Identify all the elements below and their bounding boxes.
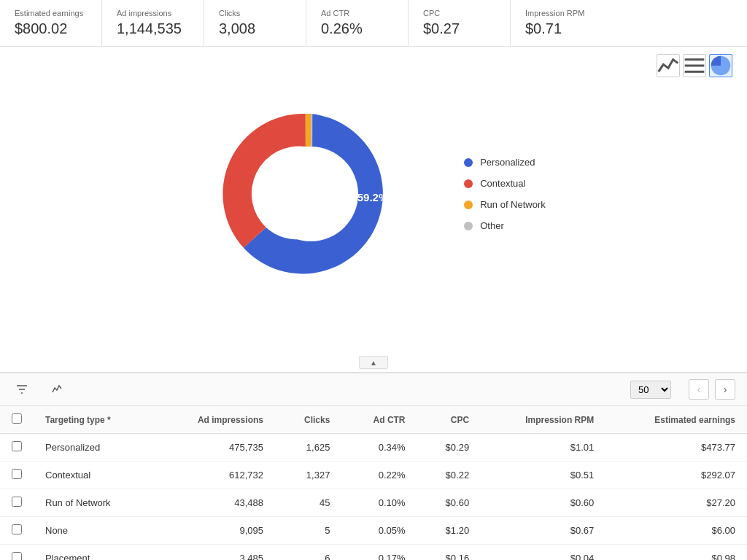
td-clicks: 5 bbox=[275, 517, 341, 545]
table-section: 5025100 ‹ › Targeting type *Ad impressio… bbox=[0, 372, 747, 560]
prev-page-button[interactable]: ‹ bbox=[689, 379, 709, 400]
th-clicks: Clicks bbox=[275, 406, 341, 434]
metric-label: Clicks bbox=[219, 9, 291, 18]
chart-area: 59.2% 36.5% Personalized Contextual Run … bbox=[0, 47, 747, 353]
table-row: Run of Network43,488450.10%$0.60$0.60$27… bbox=[0, 489, 747, 517]
td-ad_ctr: 0.34% bbox=[341, 434, 417, 462]
th-estimated_earnings: Estimated earnings bbox=[605, 406, 747, 434]
legend-dot bbox=[464, 201, 473, 209]
svg-point-3 bbox=[263, 147, 358, 241]
metric-item-impression-rpm: Impression RPM $0.71 bbox=[511, 0, 613, 46]
metric-value: 3,008 bbox=[219, 20, 291, 37]
metric-label: CPC bbox=[423, 9, 495, 18]
td-impression_rpm: $1.01 bbox=[481, 434, 605, 462]
td-cpc: $1.20 bbox=[417, 517, 481, 545]
row-checkbox-cell bbox=[0, 545, 34, 561]
td-impression_rpm: $0.51 bbox=[481, 462, 605, 489]
filter-icon bbox=[16, 384, 28, 395]
bar-chart-button[interactable] bbox=[683, 54, 706, 77]
legend-item: Other bbox=[464, 220, 546, 231]
metric-item-clicks: Clicks 3,008 bbox=[204, 0, 306, 46]
legend-label: Run of Network bbox=[480, 199, 546, 210]
row-checkbox[interactable] bbox=[12, 497, 22, 507]
td-cpc: $0.16 bbox=[417, 545, 481, 561]
metric-item-estimated-earnings: Estimated earnings $800.02 bbox=[0, 0, 102, 46]
legend-dot bbox=[464, 158, 473, 167]
td-clicks: 1,327 bbox=[275, 462, 341, 489]
data-table: Targeting type *Ad impressionsClicksAd C… bbox=[0, 406, 747, 560]
td-clicks: 45 bbox=[275, 489, 341, 517]
table-body: Personalized475,7351,6250.34%$0.29$1.01$… bbox=[0, 434, 747, 561]
td-ad_impressions: 43,488 bbox=[154, 489, 275, 517]
metric-label: Ad CTR bbox=[321, 9, 393, 18]
legend-label: Other bbox=[480, 220, 504, 231]
td-estimated_earnings: $6.00 bbox=[605, 517, 747, 545]
row-checkbox[interactable] bbox=[12, 552, 22, 560]
td-cpc: $0.22 bbox=[417, 462, 481, 489]
td-ad_ctr: 0.05% bbox=[341, 517, 417, 545]
select-all-header bbox=[0, 406, 34, 434]
th-targeting_type: Targeting type * bbox=[34, 406, 154, 434]
td-ad_impressions: 3,485 bbox=[154, 545, 275, 561]
legend-label: Contextual bbox=[480, 178, 525, 189]
td-ad_impressions: 475,735 bbox=[154, 434, 275, 462]
legend-item: Personalized bbox=[464, 157, 546, 168]
legend-dot bbox=[464, 179, 473, 188]
table-row: Contextual612,7321,3270.22%$0.22$0.51$29… bbox=[0, 462, 747, 489]
td-targeting_type: Run of Network bbox=[34, 489, 154, 517]
legend: Personalized Contextual Run of Network O… bbox=[464, 157, 546, 231]
metric-item-ad-ctr: Ad CTR 0.26% bbox=[306, 0, 409, 46]
th-cpc: CPC bbox=[417, 406, 481, 434]
metric-value: $0.27 bbox=[423, 20, 495, 37]
chart-controls bbox=[15, 54, 732, 77]
rows-select[interactable]: 5025100 bbox=[630, 381, 671, 399]
td-ad_ctr: 0.10% bbox=[341, 489, 417, 517]
td-targeting_type: Placement bbox=[34, 545, 154, 561]
td-clicks: 1,625 bbox=[275, 434, 341, 462]
toolbar-left bbox=[12, 381, 71, 398]
th-impression_rpm: Impression RPM bbox=[481, 406, 605, 434]
metric-item-cpc: CPC $0.27 bbox=[409, 0, 511, 46]
select-all-checkbox[interactable] bbox=[12, 413, 22, 424]
td-targeting_type: None bbox=[34, 517, 154, 545]
td-cpc: $0.29 bbox=[417, 434, 481, 462]
row-checkbox[interactable] bbox=[12, 524, 22, 534]
row-checkbox[interactable] bbox=[12, 441, 22, 451]
td-estimated_earnings: $0.98 bbox=[605, 545, 747, 561]
row-checkbox-cell bbox=[0, 517, 34, 545]
legend-dot bbox=[464, 222, 473, 230]
td-estimated_earnings: $27.20 bbox=[605, 489, 747, 517]
td-ad_ctr: 0.17% bbox=[341, 545, 417, 561]
svg-text:36.5%: 36.5% bbox=[259, 195, 290, 207]
filter-button[interactable] bbox=[12, 381, 36, 398]
next-page-button[interactable]: › bbox=[715, 379, 735, 400]
td-impression_rpm: $0.60 bbox=[481, 489, 605, 517]
svg-text:59.2%: 59.2% bbox=[357, 191, 389, 203]
td-estimated_earnings: $292.07 bbox=[605, 462, 747, 489]
collapse-handle[interactable]: ▲ bbox=[0, 356, 747, 369]
legend-label: Personalized bbox=[480, 157, 535, 168]
td-targeting_type: Contextual bbox=[34, 462, 154, 489]
header-row: Targeting type *Ad impressionsClicksAd C… bbox=[0, 406, 747, 434]
row-checkbox[interactable] bbox=[12, 469, 22, 479]
metric-item-ad-impressions: Ad impressions 1,144,535 bbox=[102, 0, 204, 46]
row-checkbox-cell bbox=[0, 489, 34, 517]
line-chart-button[interactable] bbox=[657, 54, 680, 77]
pie-chart-button[interactable] bbox=[709, 54, 732, 77]
metrics-bar: Estimated earnings $800.02 Ad impression… bbox=[0, 0, 747, 47]
table-toolbar: 5025100 ‹ › bbox=[0, 373, 747, 406]
compare-button[interactable] bbox=[47, 381, 71, 398]
metric-label: Impression RPM bbox=[525, 9, 598, 18]
row-checkbox-cell bbox=[0, 462, 34, 489]
td-ad_impressions: 9,095 bbox=[154, 517, 275, 545]
th-ad_ctr: Ad CTR bbox=[341, 406, 417, 434]
table-row: None9,09550.05%$1.20$0.67$6.00 bbox=[0, 517, 747, 545]
td-ad_impressions: 612,732 bbox=[154, 462, 275, 489]
metric-value: $0.71 bbox=[525, 20, 598, 37]
collapse-button[interactable]: ▲ bbox=[359, 356, 388, 369]
table-header: Targeting type *Ad impressionsClicksAd C… bbox=[0, 406, 747, 434]
td-impression_rpm: $0.67 bbox=[481, 517, 605, 545]
td-cpc: $0.60 bbox=[417, 489, 481, 517]
chart-content: 59.2% 36.5% Personalized Contextual Run … bbox=[15, 85, 732, 303]
row-checkbox-cell bbox=[0, 434, 34, 462]
